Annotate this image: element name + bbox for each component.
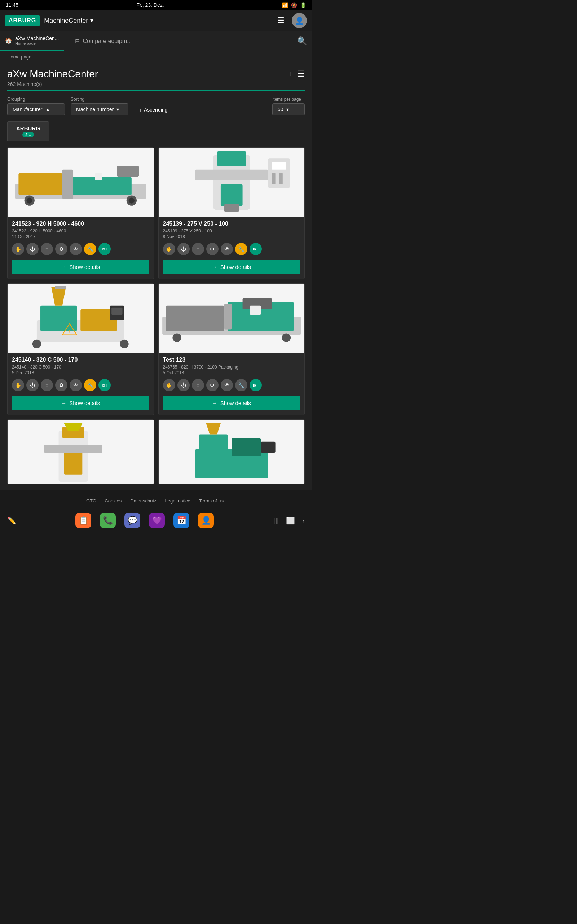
svg-point-35 <box>172 333 181 342</box>
bottom-nav-icons: ||| ⬜ ‹ <box>273 516 305 525</box>
machine-card-3-body: 245140 - 320 C 500 - 170 245140 - 320 C … <box>8 352 154 415</box>
svg-rect-4 <box>117 166 139 177</box>
machine-card-1-icons: ✋ ⏻ ≡ ⚙ 👁 🔧 IoT <box>12 243 149 255</box>
footer: GTC Cookies Datenschutz Legal notice Ter… <box>0 493 312 509</box>
machine-card-4-body: Test 123 246765 - 820 H 3700 - 2100 Pack… <box>159 352 305 415</box>
show-details-button-2[interactable]: → Show details <box>163 260 300 274</box>
sort-direction-arrow-icon: ↑ <box>139 107 142 113</box>
bottom-app-icons: 📋 📞 💬 💜 📅 👤 <box>76 512 214 528</box>
svg-rect-40 <box>64 449 82 475</box>
machine-card-2: 245139 - 275 V 250 - 100 245139 - 275 V … <box>158 147 305 279</box>
wifi-icon: 📶 <box>282 2 288 8</box>
svg-rect-11 <box>217 151 246 166</box>
machine-image-2 <box>159 148 305 216</box>
page-menu-button[interactable]: ☰ <box>298 69 305 79</box>
machine-center-label: MachineCenter <box>44 17 88 24</box>
sorting-select[interactable]: Machine number ▾ <box>71 103 128 115</box>
machine-image-3: ! <box>8 284 154 352</box>
eye-icon-1: 👁 <box>69 243 82 255</box>
add-machine-button[interactable]: + <box>288 69 293 79</box>
svg-point-26 <box>32 340 41 348</box>
search-button[interactable]: 🔍 <box>292 33 312 50</box>
avatar[interactable]: 👤 <box>292 13 307 28</box>
page-title-actions: + ☰ <box>288 69 305 79</box>
svg-text:!: ! <box>69 328 70 334</box>
items-per-page-select[interactable]: 50 ▾ <box>272 103 305 115</box>
machine-card-1-title: 241523 - 920 H 5000 - 4600 <box>12 221 149 227</box>
machine-image-6 <box>159 420 305 485</box>
svg-point-8 <box>129 198 134 204</box>
grouping-select[interactable]: Manufacturer ▲ <box>7 103 65 115</box>
machine-card-2-date: 8 Nov 2018 <box>163 234 300 239</box>
machine-card-1-date: 11 Oct 2017 <box>12 234 149 239</box>
iot-icon-1: IoT <box>98 243 111 255</box>
svg-point-6 <box>27 198 32 204</box>
svg-rect-47 <box>261 442 275 452</box>
gear-icon-1: ⚙ <box>55 243 68 255</box>
recent-apps-icon[interactable]: ||| <box>273 517 279 525</box>
app-icon-phone[interactable]: 📞 <box>100 512 116 528</box>
svg-rect-1 <box>18 173 62 195</box>
machine-card-2-body: 245139 - 275 V 250 - 100 245139 - 275 V … <box>159 216 305 279</box>
dropdown-icon[interactable]: ▾ <box>90 16 93 24</box>
power-icon-4: ⏻ <box>177 379 190 391</box>
eye-icon-4: 👁 <box>221 379 233 391</box>
machine-count: 262 Machine(s) <box>7 81 305 87</box>
compare-nav-item[interactable]: ⊟ Compare equipm... <box>70 33 137 49</box>
app-icon-docs[interactable]: 📋 <box>76 512 91 528</box>
sort-direction-toggle[interactable]: ↑ Ascending <box>134 104 172 115</box>
status-bar: 11:45 Fr., 23. Dez. 📶 🔕 🔋 <box>0 0 312 10</box>
machine-grid: 241523 - 920 H 5000 - 4600 241523 - 920 … <box>7 147 305 485</box>
svg-rect-9 <box>95 173 102 181</box>
hamburger-button[interactable]: ☰ <box>274 15 287 27</box>
machine-card-3-subtitle: 245140 - 320 C 500 - 170 <box>12 365 149 370</box>
svg-rect-17 <box>272 173 275 184</box>
svg-rect-14 <box>224 204 239 212</box>
eye-icon-3: 👁 <box>69 379 82 391</box>
sort-direction-label: Ascending <box>144 107 167 113</box>
machine-card-2-title: 245139 - 275 V 250 - 100 <box>163 221 300 227</box>
back-button-icon[interactable]: ‹ <box>302 517 305 525</box>
hand-icon-1: ✋ <box>12 243 24 255</box>
lines-icon-4: ≡ <box>192 379 204 391</box>
edit-icon[interactable]: ✏️ <box>7 516 16 525</box>
home-button-icon[interactable]: ⬜ <box>286 516 295 525</box>
svg-rect-18 <box>279 173 282 184</box>
footer-terms[interactable]: Terms of use <box>199 498 226 504</box>
footer-gtc[interactable]: GTC <box>86 498 96 504</box>
show-details-label-4: Show details <box>220 400 251 406</box>
app-icon-viber[interactable]: 💜 <box>149 512 165 528</box>
machine-card-1: 241523 - 920 H 5000 - 4600 241523 - 920 … <box>7 147 154 279</box>
gear-icon-3: ⚙ <box>55 379 68 391</box>
svg-rect-23 <box>55 286 66 289</box>
arburg-tab[interactable]: ARBURG 2... <box>7 121 49 141</box>
svg-rect-37 <box>250 306 260 315</box>
app-icon-contacts[interactable]: 👤 <box>198 512 214 528</box>
svg-rect-31 <box>166 306 224 331</box>
home-nav-item[interactable]: 🏠 aXw MachineCen... Home page <box>0 31 64 51</box>
show-details-label-3: Show details <box>69 400 100 406</box>
arburg-logo[interactable]: ARBURG <box>5 15 40 26</box>
show-details-button-4[interactable]: → Show details <box>163 396 300 410</box>
page-title: aXw MachineCenter <box>7 68 284 80</box>
avatar-icon: 👤 <box>295 16 304 25</box>
iot-icon-2: IoT <box>250 243 262 255</box>
footer-datenschutz[interactable]: Datenschutz <box>130 498 156 504</box>
footer-legal[interactable]: Legal notice <box>165 498 190 504</box>
wrench-icon-3: 🔧 <box>84 379 96 391</box>
machine-card-3: ! 245140 - 320 C 500 - 170 245140 - 320 … <box>7 283 154 415</box>
nav-divider <box>67 34 67 48</box>
show-details-button-1[interactable]: → Show details <box>12 260 149 274</box>
app-icon-calendar[interactable]: 📅 <box>174 512 189 528</box>
machine-card-2-icons: ✋ ⏻ ≡ ⚙ 👁 🔧 IoT <box>163 243 300 255</box>
compare-label: Compare equipm... <box>82 38 132 44</box>
app-icon-chat[interactable]: 💬 <box>124 512 140 528</box>
items-chevron-icon: ▾ <box>286 107 289 112</box>
show-details-button-3[interactable]: → Show details <box>12 396 149 410</box>
grouping-value: Manufacturer <box>13 107 42 112</box>
machine-card-4: Test 123 246765 - 820 H 3700 - 2100 Pack… <box>158 283 305 415</box>
svg-rect-13 <box>195 170 268 181</box>
status-icons: 📶 🔕 🔋 <box>282 2 306 8</box>
wrench-icon-2: 🔧 <box>235 243 247 255</box>
footer-cookies[interactable]: Cookies <box>105 498 121 504</box>
